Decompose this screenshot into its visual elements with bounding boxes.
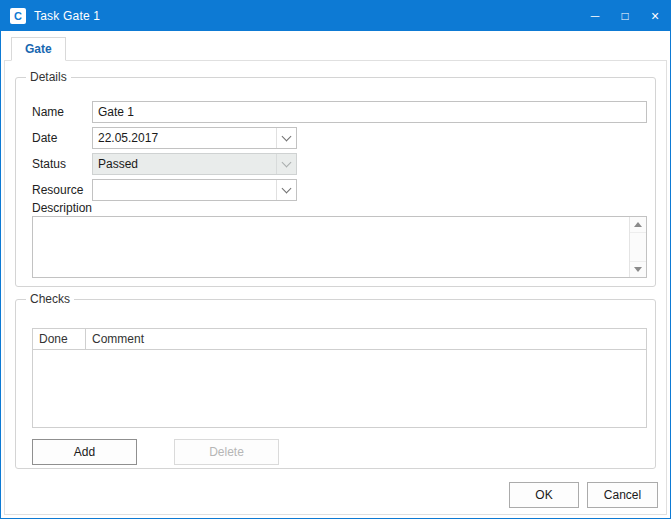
resource-dropdown-button[interactable] <box>276 180 296 200</box>
status-value: Passed <box>93 157 276 171</box>
name-label: Name <box>32 105 64 119</box>
dialog-window: C Task Gate 1 ─ □ × Gate Details Name Da… <box>0 0 671 519</box>
scroll-up-icon[interactable] <box>630 217 646 233</box>
window-controls: ─ □ × <box>580 1 670 31</box>
ok-button[interactable]: OK <box>509 482 579 508</box>
app-icon: C <box>10 8 26 24</box>
resource-label: Resource <box>32 183 83 197</box>
chevron-down-icon <box>282 157 292 167</box>
column-header-done[interactable]: Done <box>33 329 86 349</box>
description-field <box>32 216 647 278</box>
details-group: Details Name Date 22.05.2017 Status Pass… <box>15 77 656 287</box>
add-button[interactable]: Add <box>32 439 137 465</box>
date-value: 22.05.2017 <box>93 131 276 145</box>
scroll-down-icon[interactable] <box>630 261 646 277</box>
checks-table: Done Comment <box>32 328 647 428</box>
title-bar[interactable]: C Task Gate 1 ─ □ × <box>1 1 670 31</box>
window-title: Task Gate 1 <box>34 9 100 23</box>
column-header-comment[interactable]: Comment <box>86 329 646 349</box>
name-field-wrap <box>92 101 647 123</box>
date-dropdown-button[interactable] <box>276 128 296 148</box>
date-label: Date <box>32 131 57 145</box>
cancel-button[interactable]: Cancel <box>587 482 658 508</box>
checks-table-header: Done Comment <box>33 329 646 350</box>
description-label: Description <box>32 201 92 215</box>
chevron-down-icon <box>282 131 292 141</box>
name-input[interactable] <box>93 102 646 122</box>
checks-group-label: Checks <box>26 292 74 306</box>
tab-gate[interactable]: Gate <box>11 37 66 61</box>
close-button[interactable]: × <box>640 1 670 31</box>
status-dropdown-button <box>276 154 296 174</box>
status-label: Status <box>32 157 66 171</box>
resource-combobox[interactable] <box>92 179 297 201</box>
chevron-down-icon <box>282 183 292 193</box>
description-scrollbar[interactable] <box>629 217 646 277</box>
checks-table-body[interactable] <box>33 350 646 427</box>
description-textarea[interactable] <box>33 217 629 277</box>
checks-group: Checks Done Comment Add Delete <box>15 299 656 469</box>
status-combobox: Passed <box>92 153 297 175</box>
maximize-button[interactable]: □ <box>610 1 640 31</box>
delete-button: Delete <box>174 439 279 465</box>
minimize-button[interactable]: ─ <box>580 1 610 31</box>
details-group-label: Details <box>26 70 71 84</box>
date-combobox[interactable]: 22.05.2017 <box>92 127 297 149</box>
